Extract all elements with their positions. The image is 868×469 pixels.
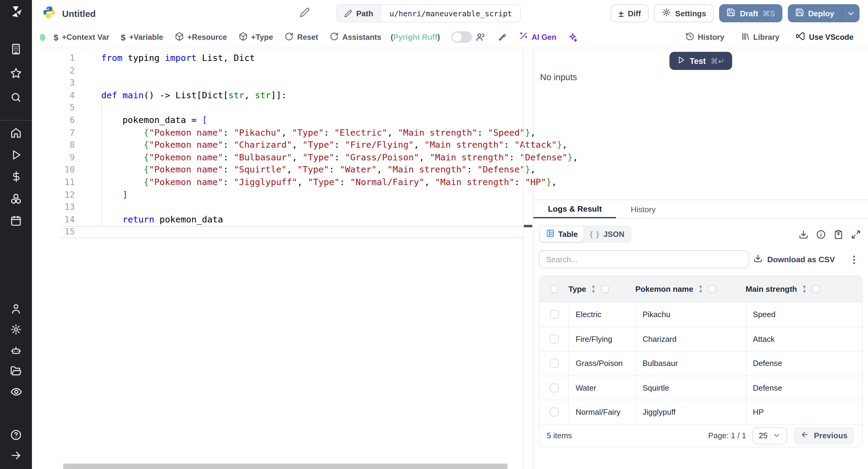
edit-summary-pencil-icon[interactable] bbox=[300, 7, 310, 20]
code-text bbox=[75, 201, 101, 213]
sort-icon[interactable] bbox=[801, 285, 808, 293]
column-filter-toggle[interactable] bbox=[708, 285, 716, 293]
format-brush-icon[interactable] bbox=[497, 32, 507, 42]
folders-icon[interactable] bbox=[0, 361, 32, 382]
ai-gen-button[interactable]: AI Gen bbox=[518, 31, 557, 43]
download-result-icon[interactable] bbox=[799, 229, 808, 239]
schedules-calendar-icon[interactable] bbox=[0, 210, 32, 232]
home-icon[interactable] bbox=[0, 122, 32, 144]
previous-page-button[interactable]: Previous bbox=[794, 427, 855, 445]
table-row[interactable]: Grass/PoisonBulbasaurDefense bbox=[539, 351, 862, 375]
path-field[interactable]: Path u/henri/maneuverable_script bbox=[336, 4, 521, 22]
add-context-var-button[interactable]: $+Context Var bbox=[54, 32, 110, 42]
row-checkbox[interactable] bbox=[550, 408, 558, 417]
sidebar-group-main bbox=[0, 122, 32, 232]
code-line[interactable]: 11 {"Pokemon name": "Jigglypuff", "Type"… bbox=[32, 176, 533, 188]
table-row[interactable]: Fire/FlyingCharizardAttack bbox=[539, 326, 862, 351]
code-line[interactable]: 9 {"Pokemon name": "Bulbasaur", "Type": … bbox=[32, 151, 533, 164]
code-editor[interactable]: 1from typing import List, Dict234def mai… bbox=[32, 48, 533, 469]
row-checkbox[interactable] bbox=[550, 335, 558, 344]
variables-dollar-icon[interactable] bbox=[0, 166, 32, 188]
code-line[interactable]: 3 bbox=[32, 76, 533, 89]
row-checkbox[interactable] bbox=[550, 310, 558, 319]
reset-button[interactable]: Reset bbox=[284, 32, 318, 42]
favorites-star-icon[interactable] bbox=[0, 61, 32, 85]
refresh-icon bbox=[284, 32, 293, 42]
diff-button[interactable]: ± Diff bbox=[611, 4, 649, 22]
workers-robot-icon[interactable] bbox=[0, 340, 32, 361]
deploy-button[interactable]: Deploy bbox=[787, 4, 841, 22]
info-icon[interactable] bbox=[816, 229, 826, 239]
code-line[interactable]: 4def main() -> List[Dict[str, str]]: bbox=[32, 89, 533, 101]
page-size-select[interactable]: 25 bbox=[752, 427, 787, 444]
table-cell: Charizard bbox=[635, 327, 746, 351]
search-input[interactable] bbox=[539, 250, 749, 268]
windmill-logo-icon[interactable] bbox=[0, 0, 32, 24]
column-filter-toggle[interactable] bbox=[812, 285, 820, 293]
history-button[interactable]: History bbox=[685, 32, 724, 42]
collapse-arrow-icon[interactable] bbox=[0, 445, 32, 466]
row-checkbox[interactable] bbox=[550, 383, 558, 393]
line-number: 6 bbox=[32, 114, 75, 126]
select-all-checkbox[interactable] bbox=[550, 285, 558, 293]
sort-icon[interactable] bbox=[590, 285, 598, 293]
resources-boxes-icon[interactable] bbox=[0, 188, 32, 210]
tab-history[interactable]: History bbox=[616, 200, 670, 218]
library-button[interactable]: Library bbox=[741, 32, 779, 42]
code-line[interactable]: 2 bbox=[32, 64, 533, 76]
diff-icon: ± bbox=[619, 9, 624, 18]
code-line[interactable]: 14 return pokemon_data bbox=[32, 213, 533, 225]
download-csv-button[interactable]: Download as CSV bbox=[753, 254, 835, 264]
horizontal-scrollbar[interactable] bbox=[63, 464, 507, 469]
table-cell: Jigglypuff bbox=[635, 400, 746, 424]
runs-play-icon[interactable] bbox=[0, 144, 32, 166]
table-options-kebab[interactable]: ⋮ bbox=[849, 253, 859, 265]
audit-eye-icon[interactable] bbox=[0, 381, 32, 402]
deploy-options-button[interactable] bbox=[841, 4, 860, 22]
add-resource-button[interactable]: +Resource bbox=[175, 32, 227, 42]
code-line[interactable]: 1from typing import List, Dict bbox=[32, 52, 533, 64]
code-line[interactable]: 8 {"Pokemon name": "Charizard", "Type": … bbox=[32, 139, 533, 151]
search-icon[interactable] bbox=[0, 85, 32, 109]
settings-button[interactable]: Settings bbox=[654, 4, 714, 22]
code-line[interactable]: 12 ] bbox=[32, 188, 533, 201]
draft-button[interactable]: Draft ⌘S bbox=[719, 4, 782, 22]
code-line[interactable]: 5 bbox=[32, 101, 533, 114]
column-filter-toggle[interactable] bbox=[601, 285, 609, 293]
download-icon bbox=[753, 254, 763, 264]
user-icon[interactable] bbox=[0, 299, 32, 319]
workspace-building-icon[interactable] bbox=[0, 37, 32, 61]
assistants-button[interactable]: Assistants (Pyright Ruff) bbox=[330, 32, 440, 42]
view-table-button[interactable]: Table bbox=[540, 227, 584, 242]
add-type-button[interactable]: +Type bbox=[239, 32, 273, 42]
sort-icon[interactable] bbox=[697, 285, 705, 293]
code-line[interactable]: 6 pokemon_data = [ bbox=[32, 114, 533, 126]
table-row[interactable]: WaterSquirtleDefense bbox=[539, 375, 862, 400]
view-json-button[interactable]: { } JSON bbox=[584, 227, 630, 241]
settings-gear-icon[interactable] bbox=[0, 319, 32, 340]
help-icon[interactable] bbox=[0, 425, 32, 445]
use-vscode-button[interactable]: Use VScode bbox=[796, 31, 854, 43]
code-line[interactable]: 10 {"Pokemon name": "Squirtle", "Type": … bbox=[32, 164, 533, 176]
sparkles-icon[interactable] bbox=[568, 32, 578, 42]
sidebar-group-bottom bbox=[0, 425, 32, 466]
assistant-toggle[interactable] bbox=[452, 31, 472, 43]
right-panel: Test ⌘↵ No inputs Logs & Result History bbox=[533, 48, 868, 469]
row-checkbox[interactable] bbox=[550, 359, 558, 368]
test-button[interactable]: Test ⌘↵ bbox=[669, 52, 733, 70]
expand-icon[interactable] bbox=[851, 229, 861, 239]
code-text bbox=[75, 101, 101, 114]
copy-clipboard-icon[interactable] bbox=[834, 229, 843, 239]
tab-logs-result[interactable]: Logs & Result bbox=[533, 200, 616, 218]
python-logo-icon bbox=[42, 5, 56, 22]
wand-icon bbox=[518, 31, 528, 43]
multiplayer-users-icon[interactable] bbox=[475, 32, 486, 42]
code-text: {"Pokemon name": "Bulbasaur", "Type": "G… bbox=[75, 151, 578, 164]
code-line[interactable]: 7 {"Pokemon name": "Pikachu", "Type": "E… bbox=[32, 126, 533, 139]
table-row[interactable]: ElectricPikachuSpeed bbox=[539, 302, 862, 326]
code-line[interactable]: 13 bbox=[32, 201, 533, 213]
add-variable-button[interactable]: $+Variable bbox=[121, 32, 163, 42]
left-sidebar bbox=[0, 0, 32, 469]
script-title: Untitled bbox=[62, 8, 96, 19]
table-row[interactable]: Normal/FairyJigglypuffHP bbox=[539, 400, 862, 424]
